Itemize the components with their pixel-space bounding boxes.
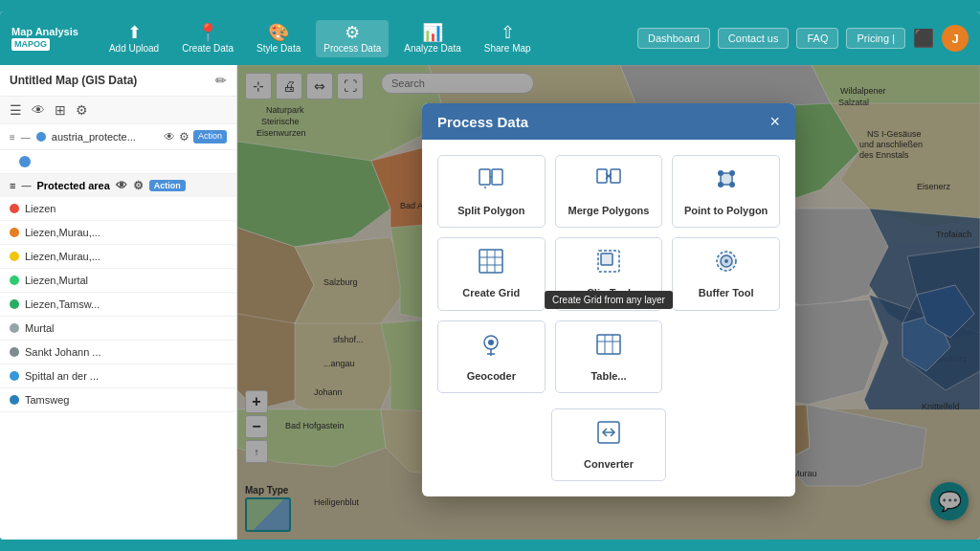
share-map-icon: ⇧ (501, 24, 515, 41)
list-item-spittal: Spittal an der ... (0, 364, 236, 388)
modal-body: Split Polygon (422, 140, 795, 408)
geocoder-icon (478, 331, 504, 364)
list-item-tamsweg: Tamsweg (0, 388, 236, 412)
split-polygon-label: Split Polygon (457, 204, 524, 217)
brand: Map Analysis MAPOG (11, 26, 78, 51)
sidebar-toolbar: ☰ 👁 ⊞ ⚙ (0, 97, 236, 124)
cube-icon[interactable]: ⬛ (913, 28, 934, 49)
layer-color-dot (36, 132, 46, 142)
color-dot (10, 276, 19, 285)
eye-icon[interactable]: 👁 (164, 130, 175, 143)
modal-overlay: Process Data × (237, 65, 980, 540)
create-grid-label: Create Grid (462, 286, 520, 299)
group-action-badge[interactable]: Action (149, 180, 186, 191)
upload-icon: ⬆ (127, 24, 142, 41)
create-data-icon: 📍 (197, 24, 218, 41)
pricing-button[interactable]: Pricing | (846, 28, 905, 49)
table-tool-label: Table... (590, 369, 626, 383)
converter-label: Converter (584, 457, 634, 471)
layer-badges: 👁 ⚙ Action (164, 130, 227, 143)
faq-button[interactable]: FAQ (796, 28, 838, 49)
contact-button[interactable]: Contact us (718, 28, 790, 49)
split-polygon-button[interactable]: Split Polygon (437, 155, 546, 228)
color-dot (10, 395, 19, 405)
color-dot (10, 323, 19, 333)
color-dot (10, 299, 19, 309)
layer-name-austria: austria_protecte... (52, 131, 158, 143)
split-polygon-icon (478, 165, 504, 198)
merge-polygons-icon (595, 165, 622, 198)
modal-header: Process Data × (422, 103, 795, 140)
nav-item-add-upload[interactable]: ⬆ Add Upload (101, 20, 167, 57)
expand-icon[interactable]: ≡ (10, 132, 15, 143)
svg-rect-61 (597, 169, 607, 183)
nav-label-process-data: Process Data (323, 43, 381, 54)
nav-right: Dashboard Contact us FAQ Pricing | ⬛ J (637, 25, 969, 52)
group-settings-icon[interactable]: ⚙ (133, 179, 144, 192)
process-data-modal: Process Data × (422, 103, 795, 496)
nav-item-process-data[interactable]: ⚙ Process Data (316, 20, 389, 57)
create-grid-button[interactable]: Create Grid (437, 237, 546, 310)
list-item-murtal: Murtal (0, 317, 236, 341)
color-dot (10, 252, 19, 261)
svg-rect-68 (479, 250, 502, 273)
point-to-polygon-button[interactable]: Point to Polygon (672, 155, 780, 228)
buffer-tool-label: Buffer Tool (699, 286, 754, 299)
table-tool-button[interactable]: Table... Create Grid from any layer (555, 320, 663, 393)
item-name: Spittal an der ... (25, 370, 227, 382)
navbar: Map Analysis MAPOG ⬆ Add Upload 📍 Create… (0, 11, 980, 65)
action-badge[interactable]: Action (193, 130, 227, 143)
nav-item-create-data[interactable]: 📍 Create Data (174, 20, 241, 57)
item-name: Murtal (25, 322, 227, 334)
nav-item-share-map[interactable]: ⇧ Share Map (477, 20, 539, 57)
dashboard-button[interactable]: Dashboard (637, 28, 710, 49)
edit-icon[interactable]: ✏ (215, 73, 227, 88)
svg-rect-62 (611, 169, 620, 183)
point-to-polygon-icon (713, 165, 740, 198)
visibility-icon[interactable]: 👁 (30, 100, 47, 120)
process-data-icon: ⚙ (345, 24, 360, 41)
nav-item-style-data[interactable]: 🎨 Style Data (249, 20, 308, 57)
nav-label-analyze-data: Analyze Data (404, 43, 460, 54)
item-name: Liezen,Tamsw... (25, 298, 227, 310)
layer-item-austria: ≡ — austria_protecte... 👁 ⚙ Action (0, 124, 236, 150)
create-grid-icon (478, 248, 504, 280)
list-item-liezen-2: Liezen,Murau,... (0, 221, 236, 245)
merge-polygons-button[interactable]: Merge Polygons (555, 155, 663, 228)
converter-icon (595, 419, 622, 452)
modal-close-button[interactable]: × (769, 113, 780, 130)
style-data-icon: 🎨 (268, 24, 289, 41)
svg-rect-58 (492, 169, 502, 185)
list-item-liezen-3: Liezen,Murau,... (0, 245, 236, 269)
item-name: Liezen,Murau,... (25, 251, 227, 262)
layer-type-icon: — (21, 132, 31, 143)
layers-icon[interactable]: ⊞ (53, 100, 68, 120)
map-area: Naturpark Steirische Eisenwurzen Wildalp… (237, 65, 980, 540)
converter-button[interactable]: Converter (551, 408, 666, 481)
brand-title: Map Analysis (11, 26, 78, 38)
buffer-tool-button[interactable]: Buffer Tool (672, 237, 780, 310)
sidebar-title: Untitled Map (GIS Data) (10, 74, 137, 87)
brand-subtitle: MAPOG (11, 38, 50, 51)
item-name: Liezen,Murtal (25, 275, 227, 286)
list-item-sanktjohann: Sankt Johann ... (0, 341, 236, 364)
user-avatar[interactable]: J (942, 25, 969, 52)
item-name: Liezen,Murau,... (25, 227, 227, 238)
nav-label-style-data: Style Data (256, 43, 301, 54)
layer-dot (19, 156, 31, 167)
settings-icon[interactable]: ⚙ (74, 100, 90, 120)
geocoder-button[interactable]: Geocoder (437, 320, 546, 393)
content-area: Untitled Map (GIS Data) ✏ ☰ 👁 ⊞ ⚙ ≡ — au… (0, 65, 980, 540)
nav-item-analyze-data[interactable]: 📊 Analyze Data (396, 20, 468, 57)
nav-label-share-map: Share Map (484, 43, 531, 54)
color-dot (10, 228, 19, 237)
select-all-icon[interactable]: ☰ (8, 100, 24, 120)
svg-rect-74 (601, 253, 612, 265)
list-item-liezen-5: Liezen,Tamsw... (0, 293, 236, 317)
color-dot (10, 371, 19, 381)
options-icon[interactable]: ⚙ (179, 130, 189, 143)
sidebar: Untitled Map (GIS Data) ✏ ☰ 👁 ⊞ ⚙ ≡ — au… (0, 65, 237, 540)
analyze-data-icon: 📊 (422, 24, 443, 41)
expand-group-icon[interactable]: ≡ (10, 180, 15, 191)
group-eye-icon[interactable]: 👁 (116, 179, 127, 192)
